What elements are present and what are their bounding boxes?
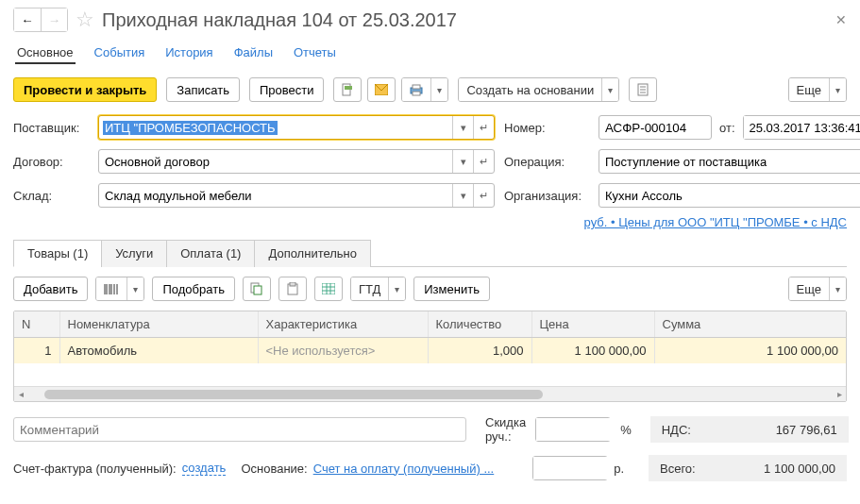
arrow-right-icon: → xyxy=(48,13,60,27)
barcode-icon xyxy=(104,283,119,295)
chevron-down-icon[interactable]: ▾ xyxy=(601,78,618,101)
organization-field[interactable]: ▾ ↵ xyxy=(599,183,860,208)
sub-tabs: Товары (1) Услуги Оплата (1) Дополнитель… xyxy=(13,239,847,267)
create-based-button[interactable]: Создать на основании ▾ xyxy=(458,77,619,102)
label-discount: Скидка руч.: xyxy=(485,415,526,444)
post-and-close-button[interactable]: Провести и закрыть xyxy=(13,77,157,102)
cell-price: 1 100 000,00 xyxy=(531,338,654,364)
gtd-button[interactable]: ГТД ▾ xyxy=(350,277,406,301)
supplier-field[interactable]: ИТЦ "ПРОМБЕЗОПАСНОСТЬ ▾ ↵ xyxy=(98,115,495,140)
close-icon[interactable]: ✕ xyxy=(835,12,847,27)
document-icon xyxy=(637,83,649,96)
copy-button[interactable] xyxy=(243,277,271,301)
discount-rub-field[interactable]: ▦ xyxy=(532,456,608,480)
sub-tab-extra[interactable]: Дополнительно xyxy=(254,240,371,267)
goods-table: N Номенклатура Характеристика Количество… xyxy=(13,311,847,402)
main-toolbar: Провести и закрыть Записать Провести ▾ С… xyxy=(13,77,847,102)
cell-sum: 1 100 000,00 xyxy=(654,338,846,364)
cell-characteristic: <Не используется> xyxy=(258,338,428,364)
sub-tab-services[interactable]: Услуги xyxy=(101,240,167,267)
goods-toolbar: Добавить ▾ Подобрать ГТД ▾ Изменить Еще … xyxy=(13,267,847,311)
page-title: Приходная накладная 104 от 25.03.2017 xyxy=(102,9,828,31)
goods-more-button[interactable]: Еще ▾ xyxy=(788,277,847,301)
open-ref-icon[interactable]: ↵ xyxy=(473,116,494,139)
chevron-down-icon[interactable]: ▾ xyxy=(388,277,405,300)
grid-button[interactable] xyxy=(314,277,343,301)
pick-button[interactable]: Подобрать xyxy=(152,277,234,301)
barcode-button[interactable]: ▾ xyxy=(95,277,144,301)
printer-icon xyxy=(410,84,423,96)
tab-main[interactable]: Основное xyxy=(15,42,76,64)
back-button[interactable]: ← xyxy=(14,8,41,31)
email-button[interactable] xyxy=(367,77,396,102)
chevron-down-icon[interactable]: ▾ xyxy=(829,78,846,101)
comment-field[interactable] xyxy=(13,417,466,442)
date-field[interactable] xyxy=(743,115,860,140)
label-supplier: Поставщик: xyxy=(13,121,89,135)
create-invoice-link[interactable]: создать xyxy=(182,461,227,476)
supplier-value: ИТЦ "ПРОМБЕЗОПАСНОСТЬ xyxy=(103,121,278,135)
post-button[interactable]: Провести xyxy=(249,77,325,102)
scroll-right-icon[interactable]: ▸ xyxy=(833,389,846,399)
tab-files[interactable]: Файлы xyxy=(232,42,275,64)
chevron-down-icon[interactable]: ▾ xyxy=(829,277,846,300)
attach-file-button[interactable] xyxy=(333,77,362,102)
sub-tab-payment[interactable]: Оплата (1) xyxy=(166,240,255,267)
open-ref-icon[interactable]: ↵ xyxy=(473,184,494,207)
tab-events[interactable]: События xyxy=(93,42,147,64)
page-icon xyxy=(341,83,354,96)
forward-button[interactable]: → xyxy=(41,8,67,31)
cell-n: 1 xyxy=(14,338,59,364)
save-button[interactable]: Записать xyxy=(166,77,240,102)
basis-link[interactable]: Счет на оплату (полученный) ... xyxy=(313,462,495,476)
copy-icon xyxy=(250,282,263,295)
label-warehouse: Склад: xyxy=(13,189,89,203)
label-rub: р. xyxy=(614,462,624,476)
more-button[interactable]: Еще ▾ xyxy=(788,77,847,102)
col-characteristic[interactable]: Характеристика xyxy=(258,311,428,338)
paste-button[interactable] xyxy=(278,277,307,301)
col-nomenclature[interactable]: Номенклатура xyxy=(59,311,258,338)
horizontal-scrollbar[interactable]: ◂ ▸ xyxy=(14,386,846,401)
cell-qty: 1,000 xyxy=(428,338,531,364)
label-invoice-received: Счет-фактура (полученный): xyxy=(13,462,177,476)
col-n[interactable]: N xyxy=(14,311,59,338)
chevron-down-icon[interactable]: ▾ xyxy=(452,184,473,207)
discount-pct-field[interactable]: ▦ xyxy=(535,417,611,442)
sub-tab-goods[interactable]: Товары (1) xyxy=(13,240,102,267)
envelope-icon xyxy=(375,84,388,95)
col-qty[interactable]: Количество xyxy=(428,311,531,338)
scroll-left-icon[interactable]: ◂ xyxy=(14,389,27,399)
warehouse-field[interactable]: ▾ ↵ xyxy=(98,183,495,208)
number-field[interactable] xyxy=(599,115,712,140)
tab-reports[interactable]: Отчеты xyxy=(292,42,338,64)
chevron-down-icon[interactable]: ▾ xyxy=(430,78,447,101)
label-organization: Организация: xyxy=(504,189,589,203)
chevron-down-icon[interactable]: ▾ xyxy=(452,150,473,173)
grid-icon xyxy=(322,283,335,294)
chevron-down-icon[interactable]: ▾ xyxy=(452,116,473,139)
contract-field[interactable]: ▾ ↵ xyxy=(98,149,495,174)
print-button[interactable]: ▾ xyxy=(401,77,448,102)
operation-field[interactable]: ▾ xyxy=(599,149,860,174)
add-row-button[interactable]: Добавить xyxy=(13,277,88,301)
change-button[interactable]: Изменить xyxy=(413,277,490,301)
scroll-thumb[interactable] xyxy=(44,390,544,399)
favorite-star-icon[interactable]: ☆ xyxy=(76,8,94,32)
svg-rect-4 xyxy=(413,85,420,89)
chevron-down-icon[interactable]: ▾ xyxy=(126,277,143,300)
table-row[interactable]: 1 Автомобиль <Не используется> 1,000 1 1… xyxy=(14,338,846,364)
label-percent: % xyxy=(620,423,632,437)
price-settings-link[interactable]: руб. • Цены для ООО "ИТЦ "ПРОМБЕ • с НДС xyxy=(584,215,847,229)
col-sum[interactable]: Сумма xyxy=(654,311,846,338)
arrow-left-icon: ← xyxy=(21,13,33,27)
svg-rect-1 xyxy=(345,86,352,90)
label-number: Номер: xyxy=(504,121,589,135)
report-button[interactable] xyxy=(629,77,657,102)
grand-total: Всего: 1 100 000,00 xyxy=(649,455,847,481)
col-price[interactable]: Цена xyxy=(531,311,654,338)
tab-history[interactable]: История xyxy=(163,42,214,64)
nav-tabs: Основное События История Файлы Отчеты xyxy=(13,42,847,64)
label-basis: Основание: xyxy=(241,462,307,476)
open-ref-icon[interactable]: ↵ xyxy=(473,150,494,173)
